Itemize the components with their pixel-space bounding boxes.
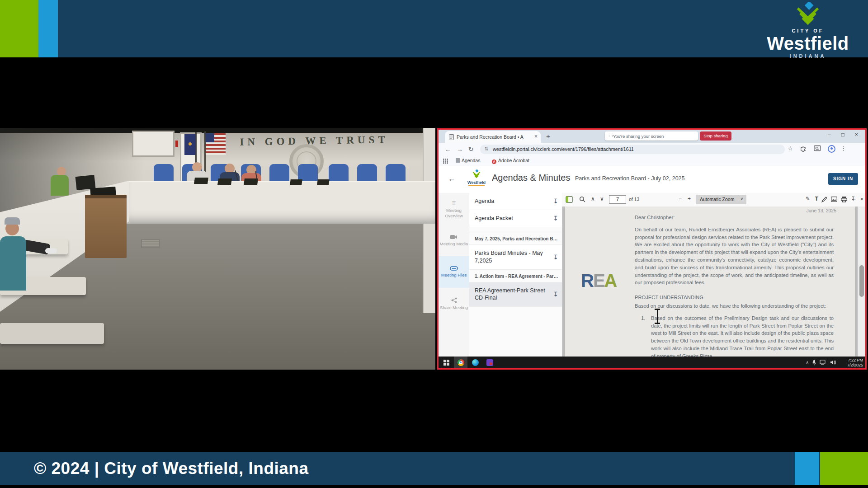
side-panel-search-icon[interactable]	[814, 145, 821, 151]
rea-logo: REA	[581, 271, 616, 291]
sign-in-button[interactable]: SIGN IN	[828, 173, 858, 185]
rail-meeting-files[interactable]: Meeting Files	[439, 256, 469, 288]
pdf-page-count: of 13	[629, 197, 639, 202]
pdf-prev-page-icon[interactable]: ∧	[591, 196, 595, 202]
attachment-icon	[450, 266, 458, 271]
list-item-1: 1. Based on the outcomes of the Prelimin…	[641, 314, 834, 357]
system-tray: ∧	[806, 357, 836, 368]
sharing-text: You're sharing your screen	[613, 134, 664, 139]
pdf-save-icon[interactable]: ↧	[851, 196, 855, 202]
tray-chevron-icon[interactable]: ∧	[806, 360, 809, 365]
laptop	[317, 179, 330, 185]
address-bar[interactable]: ⇅ westfieldin.portal.civicclerk.com/even…	[480, 145, 785, 154]
pdf-draw-icon[interactable]	[821, 197, 827, 202]
letter-paragraph: On behalf of our team, Rundell Ernstberg…	[635, 226, 834, 286]
rail-share-meeting[interactable]: Share Meeting	[439, 288, 469, 319]
logo-state: INDIANA	[760, 53, 855, 59]
download-icon[interactable]: ↧	[553, 214, 558, 223]
rail-meeting-media[interactable]: Meeting Media	[439, 225, 469, 256]
download-icon[interactable]: ↧	[553, 253, 558, 261]
drag-grip-icon[interactable]: ⋮⋮	[607, 133, 613, 137]
pdf-text-tool-icon[interactable]: T	[815, 196, 818, 202]
taskbar-edge[interactable]	[468, 357, 482, 368]
audience-pew	[0, 323, 104, 344]
council-dais	[127, 181, 435, 224]
chevron-down-icon: ∨	[740, 197, 743, 201]
taskbar-clock[interactable]: 7:22 PM 7/2/2025	[847, 358, 863, 368]
pdf-sidebar-toggle-icon[interactable]	[566, 196, 573, 203]
portal-westfield-logo: Westfield	[465, 169, 488, 186]
edge-icon	[472, 359, 479, 366]
microphone-icon[interactable]	[812, 360, 816, 366]
file-parks-board-minutes[interactable]: Parks Board Minutes - May 7,2025 ↧	[469, 245, 562, 270]
speaker-icon[interactable]	[830, 360, 836, 365]
maximize-button[interactable]: □	[841, 131, 844, 138]
decor-green-square	[0, 0, 38, 57]
clock-time: 7:22 PM	[847, 358, 863, 363]
forward-icon[interactable]: →	[457, 145, 463, 153]
rail-label: Share Meeting	[440, 305, 468, 310]
profile-avatar-icon[interactable]	[828, 145, 835, 153]
rail-label: Meeting Files	[441, 272, 467, 277]
file-group-header: May 7, 2025, Parks and Recreation Boar..…	[469, 232, 562, 245]
reload-icon[interactable]: ↻	[468, 145, 474, 153]
file-agenda[interactable]: Agenda ↧	[469, 193, 562, 210]
pdf-image-icon[interactable]	[831, 197, 837, 202]
rail-meeting-overview[interactable]: ≡ Meeting Overview	[439, 193, 469, 225]
bookmark-agendas[interactable]: Agendas	[456, 158, 480, 163]
floor-vent	[141, 239, 160, 248]
laptop	[194, 178, 208, 184]
audience-person-cap	[5, 217, 20, 225]
close-button[interactable]: ×	[855, 131, 858, 138]
laptop	[244, 178, 258, 185]
pdf-page-input[interactable]: 7	[609, 195, 626, 204]
portal-rail: ≡ Meeting Overview Meeting Media Meeti	[439, 193, 470, 357]
person-green-shirt	[51, 175, 69, 196]
windows-icon	[443, 360, 449, 366]
stop-sharing-button[interactable]: Stop sharing	[700, 131, 731, 141]
new-tab-button[interactable]: +	[546, 132, 550, 140]
tab-close-icon[interactable]: ×	[534, 133, 538, 140]
file-agenda-packet[interactable]: Agenda Packet ↧	[469, 210, 562, 227]
pdf-print-icon[interactable]	[841, 196, 847, 202]
bookmark-star-icon[interactable]: ☆	[788, 145, 793, 152]
file-rea-agreement[interactable]: REA Agreement-Park Street CD-Final ↧	[469, 282, 562, 307]
section-intro: Based on our discussions to date, we hav…	[635, 302, 834, 310]
pdf-next-page-icon[interactable]: ∨	[600, 196, 604, 202]
pdf-search-icon[interactable]	[579, 196, 586, 203]
rail-label: Meeting Overview	[439, 208, 469, 218]
apps-grid-icon[interactable]	[443, 159, 448, 164]
taskbar-camera-app[interactable]	[483, 357, 496, 368]
pdf-scrollbar[interactable]	[858, 206, 865, 357]
pdf-zoom-dropdown[interactable]: Automatic Zoom ∨	[696, 195, 746, 204]
network-icon[interactable]	[820, 360, 826, 365]
back-icon[interactable]: ←	[445, 145, 451, 153]
fire-extinguisher	[175, 141, 178, 147]
decor-blue-square-bottom	[795, 452, 819, 485]
pdf-zoom-in-icon[interactable]: +	[688, 196, 691, 202]
person-head	[57, 167, 66, 176]
browser-tab[interactable]: Parks and Recreation Board • A ×	[445, 131, 541, 143]
minimize-button[interactable]: –	[828, 131, 831, 138]
pdf-zoom-out-icon[interactable]: −	[679, 196, 682, 202]
camera-app-icon	[486, 359, 493, 366]
us-flag-canton	[206, 133, 214, 142]
screenshot-root: CITY OF Westfield INDIANA IN GOD WE TRUS…	[0, 0, 868, 488]
video-camera-icon	[450, 235, 458, 239]
download-icon[interactable]: ↧	[553, 197, 558, 206]
extensions-icon[interactable]	[800, 145, 807, 152]
bookmark-adobe-acrobat[interactable]: AAdobe Acrobat	[492, 158, 529, 164]
browser-menu-icon[interactable]: ⋮	[840, 145, 846, 152]
tab-title: Parks and Recreation Board • A	[457, 134, 528, 140]
footer-bar: © 2024 | City of Westfield, Indiana	[0, 452, 868, 485]
site-info-icon[interactable]: ⇅	[485, 146, 488, 151]
portal-back-icon[interactable]: ←	[448, 174, 456, 183]
start-button[interactable]	[439, 357, 453, 368]
chrome-icon	[458, 359, 464, 366]
taskbar-chrome[interactable]	[454, 357, 467, 368]
text-cursor	[654, 309, 660, 324]
pdf-highlight-icon[interactable]: ✎	[806, 196, 810, 202]
pdf-more-tools-icon[interactable]: »	[860, 196, 863, 202]
pdf-scrollbar-thumb[interactable]	[859, 265, 864, 297]
download-icon[interactable]: ↧	[553, 290, 558, 299]
